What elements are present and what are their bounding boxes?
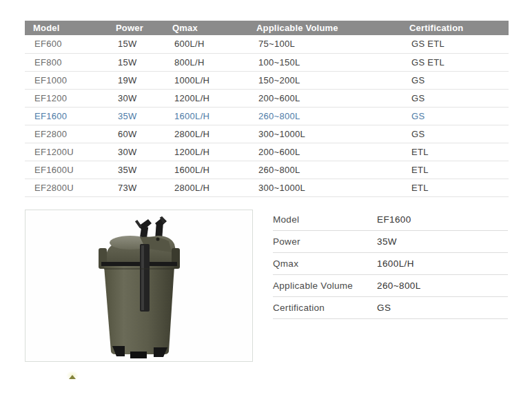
cell-power: 30W [108,143,164,161]
cell-power: 60W [108,125,164,143]
table-row-ef2800[interactable]: EF2800 60W 2800L/H 300~1000L GS [25,125,509,143]
cell-volume: 75~100L [248,35,401,53]
cell-volume: 300~1000L [248,179,401,196]
cell-power: 35W [108,161,164,179]
cell-model: EF600 [25,35,108,53]
cell-model: EF1000 [25,71,108,89]
detail-panel: Model EF1600 Power 35W Qmax 1600L/H Appl… [273,209,508,319]
detail-row-power: Power 35W [273,231,508,253]
col-header-volume: Applicable Volume [248,21,401,35]
cell-cert: GS [401,125,509,143]
scroll-up-arrow[interactable] [66,371,79,380]
detail-value: 1600L/H [377,258,414,269]
cell-model: EF1200 [25,89,108,107]
detail-label: Applicable Volume [273,281,377,291]
cell-power: 15W [108,35,164,53]
cell-volume: 300~1000L [248,125,401,143]
spec-table: Model Power Qmax Applicable Volume Certi… [25,21,509,197]
cell-qmax: 600L/H [164,35,248,53]
cell-cert: GS [401,107,509,125]
cell-qmax: 1200L/H [164,143,248,161]
detail-label: Model [273,214,377,225]
cell-model: EF1600U [25,161,108,179]
canister-filter-photo [97,216,181,358]
cell-cert: GS ETL [401,35,509,53]
detail-value: 35W [377,236,397,247]
table-row-ef1200u[interactable]: EF1200U 30W 1200L/H 200~600L ETL [25,143,509,161]
detail-row-qmax: Qmax 1600L/H [273,253,508,275]
spec-table-header-row: Model Power Qmax Applicable Volume Certi… [25,21,509,35]
table-row-ef1200[interactable]: EF1200 30W 1200L/H 200~600L GS [25,89,509,107]
detail-label: Qmax [273,258,377,269]
col-header-model: Model [25,21,108,35]
cell-power: 73W [108,179,164,196]
table-row-ef800[interactable]: EF800 15W 800L/H 100~150L GS ETL [25,53,509,71]
cell-power: 15W [108,53,164,71]
cell-volume: 150~200L [248,71,401,89]
cell-cert: ETL [401,143,509,161]
cell-volume: 200~600L [248,143,401,161]
detail-value: EF1600 [377,214,411,225]
detail-row-model: Model EF1600 [273,209,508,231]
table-row-ef1000[interactable]: EF1000 19W 1000L/H 150~200L GS [25,71,509,89]
cell-volume: 100~150L [248,53,401,71]
cell-qmax: 1600L/H [164,107,248,125]
cell-model: EF1200U [25,143,108,161]
cell-cert: ETL [401,161,509,179]
cell-cert: GS [401,71,509,89]
cell-model: EF800 [25,53,108,71]
cell-qmax: 2800L/H [164,125,248,143]
col-header-certification: Certification [401,21,509,35]
table-row-ef1600u[interactable]: EF1600U 35W 1600L/H 260~800L ETL [25,161,509,179]
cell-model: EF2800U [25,179,108,196]
table-row-ef2800u[interactable]: EF2800U 73W 2800L/H 300~1000L ETL [25,179,509,196]
cell-qmax: 2800L/H [164,179,248,196]
cell-qmax: 800L/H [164,53,248,71]
cell-power: 35W [108,107,164,125]
cell-qmax: 1000L/H [164,71,248,89]
cell-model: EF2800 [25,125,108,143]
detail-row-volume: Applicable Volume 260~800L [273,275,508,297]
product-image-frame [25,210,253,362]
cell-volume: 200~600L [248,89,401,107]
cell-power: 19W [108,71,164,89]
col-header-qmax: Qmax [164,21,248,35]
col-header-power: Power [108,21,164,35]
detail-label: Power [273,236,377,247]
table-row-ef600[interactable]: EF600 15W 600L/H 75~100L GS ETL [25,35,509,53]
cell-qmax: 1600L/H [164,161,248,179]
detail-label: Certification [273,303,377,313]
cell-volume: 260~800L [248,161,401,179]
detail-row-certification: Certification GS [273,297,508,319]
product-spec-page: Model Power Qmax Applicable Volume Certi… [0,0,532,397]
cell-cert: GS ETL [401,53,509,71]
cell-qmax: 1200L/H [164,89,248,107]
cell-cert: ETL [401,179,509,196]
detail-value: 260~800L [377,281,421,291]
cell-power: 30W [108,89,164,107]
cell-model: EF1600 [25,107,108,125]
cell-cert: GS [401,89,509,107]
filter-body [104,266,174,354]
triangle-up-icon [69,375,76,379]
cell-volume: 260~800L [248,107,401,125]
detail-value: GS [377,303,391,313]
table-row-ef1600-selected[interactable]: EF1600 35W 1600L/H 260~800L GS [25,107,509,125]
